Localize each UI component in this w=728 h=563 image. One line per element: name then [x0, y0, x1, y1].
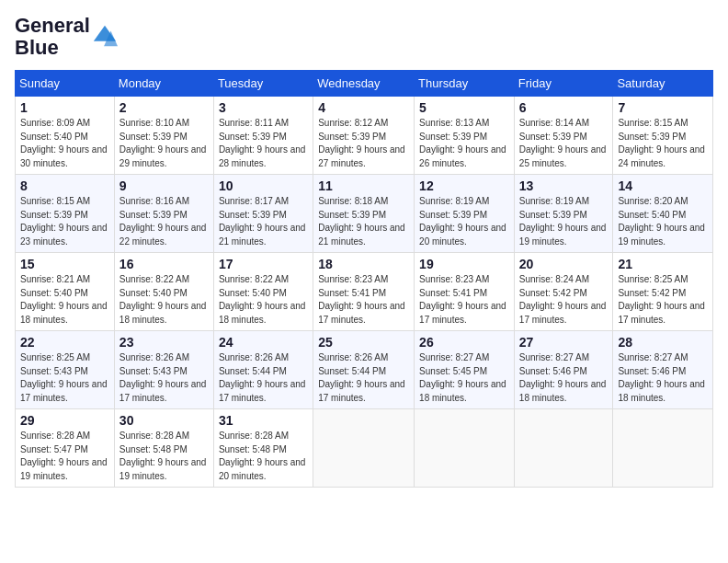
- calendar-cell: 30 Sunrise: 8:28 AM Sunset: 5:48 PM Dayl…: [114, 409, 213, 488]
- day-info: Sunrise: 8:26 AM Sunset: 5:44 PM Dayligh…: [219, 351, 308, 405]
- day-number: 23: [119, 335, 209, 350]
- day-number: 17: [219, 257, 308, 271]
- day-info: Sunrise: 8:14 AM Sunset: 5:39 PM Dayligh…: [519, 117, 609, 170]
- day-number: 18: [318, 257, 409, 271]
- calendar-cell: 22 Sunrise: 8:25 AM Sunset: 5:43 PM Dayl…: [16, 331, 115, 409]
- day-number: 12: [419, 178, 509, 193]
- calendar-cell: 9 Sunrise: 8:16 AM Sunset: 5:39 PM Dayli…: [114, 175, 213, 253]
- day-info: Sunrise: 8:26 AM Sunset: 5:44 PM Dayligh…: [318, 351, 409, 405]
- calendar-cell: 10 Sunrise: 8:17 AM Sunset: 5:39 PM Dayl…: [213, 175, 313, 253]
- day-number: 16: [119, 257, 209, 271]
- day-number: 14: [618, 178, 708, 193]
- calendar-cell: 21 Sunrise: 8:25 AM Sunset: 5:42 PM Dayl…: [613, 253, 713, 331]
- calendar-cell: 18 Sunrise: 8:23 AM Sunset: 5:41 PM Dayl…: [313, 253, 415, 331]
- day-info: Sunrise: 8:22 AM Sunset: 5:40 PM Dayligh…: [219, 273, 308, 327]
- day-info: Sunrise: 8:15 AM Sunset: 5:39 PM Dayligh…: [20, 195, 109, 248]
- day-info: Sunrise: 8:16 AM Sunset: 5:39 PM Dayligh…: [119, 195, 209, 248]
- day-number: 27: [519, 335, 609, 350]
- day-info: Sunrise: 8:15 AM Sunset: 5:39 PM Dayligh…: [618, 117, 708, 170]
- logo: GeneralBlue: [15, 15, 118, 59]
- day-number: 11: [318, 178, 409, 193]
- calendar-cell: [415, 409, 515, 488]
- weekday-header-friday: Friday: [514, 71, 613, 97]
- day-number: 30: [119, 413, 209, 428]
- day-info: Sunrise: 8:19 AM Sunset: 5:39 PM Dayligh…: [519, 195, 609, 248]
- day-number: 19: [419, 257, 509, 271]
- calendar-cell: 20 Sunrise: 8:24 AM Sunset: 5:42 PM Dayl…: [514, 253, 613, 331]
- day-number: 7: [618, 100, 708, 115]
- calendar-cell: [313, 409, 415, 488]
- day-number: 26: [419, 335, 509, 350]
- day-number: 29: [20, 413, 109, 428]
- page-header: GeneralBlue: [15, 15, 713, 59]
- day-info: Sunrise: 8:22 AM Sunset: 5:40 PM Dayligh…: [119, 273, 209, 327]
- day-info: Sunrise: 8:25 AM Sunset: 5:42 PM Dayligh…: [618, 273, 708, 327]
- weekday-header-tuesday: Tuesday: [213, 71, 313, 97]
- day-info: Sunrise: 8:26 AM Sunset: 5:43 PM Dayligh…: [119, 351, 209, 405]
- weekday-header-monday: Monday: [114, 71, 213, 97]
- calendar-cell: 5 Sunrise: 8:13 AM Sunset: 5:39 PM Dayli…: [415, 97, 515, 175]
- calendar-cell: 12 Sunrise: 8:19 AM Sunset: 5:39 PM Dayl…: [415, 175, 515, 253]
- day-info: Sunrise: 8:21 AM Sunset: 5:40 PM Dayligh…: [20, 273, 109, 327]
- day-number: 9: [119, 178, 209, 193]
- day-info: Sunrise: 8:27 AM Sunset: 5:46 PM Dayligh…: [519, 351, 609, 405]
- day-info: Sunrise: 8:28 AM Sunset: 5:48 PM Dayligh…: [119, 430, 209, 483]
- day-info: Sunrise: 8:20 AM Sunset: 5:40 PM Dayligh…: [618, 195, 708, 248]
- day-number: 4: [318, 100, 409, 115]
- weekday-header-thursday: Thursday: [415, 71, 515, 97]
- calendar-cell: 7 Sunrise: 8:15 AM Sunset: 5:39 PM Dayli…: [613, 97, 713, 175]
- calendar-cell: 2 Sunrise: 8:10 AM Sunset: 5:39 PM Dayli…: [114, 97, 213, 175]
- calendar-cell: 3 Sunrise: 8:11 AM Sunset: 5:39 PM Dayli…: [213, 97, 313, 175]
- day-number: 13: [519, 178, 609, 193]
- weekday-header-sunday: Sunday: [16, 71, 115, 97]
- day-number: 22: [20, 335, 109, 350]
- day-number: 20: [519, 257, 609, 271]
- day-info: Sunrise: 8:28 AM Sunset: 5:48 PM Dayligh…: [219, 430, 308, 483]
- calendar-cell: 13 Sunrise: 8:19 AM Sunset: 5:39 PM Dayl…: [514, 175, 613, 253]
- day-info: Sunrise: 8:27 AM Sunset: 5:46 PM Dayligh…: [618, 351, 708, 405]
- day-number: 1: [20, 100, 109, 115]
- calendar-cell: 28 Sunrise: 8:27 AM Sunset: 5:46 PM Dayl…: [613, 331, 713, 409]
- day-number: 2: [119, 100, 209, 115]
- day-number: 6: [519, 100, 609, 115]
- calendar-cell: 26 Sunrise: 8:27 AM Sunset: 5:45 PM Dayl…: [415, 331, 515, 409]
- logo-icon: [92, 24, 118, 50]
- day-number: 3: [219, 100, 308, 115]
- day-info: Sunrise: 8:23 AM Sunset: 5:41 PM Dayligh…: [318, 273, 409, 327]
- calendar-cell: 11 Sunrise: 8:18 AM Sunset: 5:39 PM Dayl…: [313, 175, 415, 253]
- day-number: 25: [318, 335, 409, 350]
- weekday-header-wednesday: Wednesday: [313, 71, 415, 97]
- calendar-cell: 16 Sunrise: 8:22 AM Sunset: 5:40 PM Dayl…: [114, 253, 213, 331]
- calendar-cell: 31 Sunrise: 8:28 AM Sunset: 5:48 PM Dayl…: [213, 409, 313, 488]
- day-number: 5: [419, 100, 509, 115]
- logo-text: GeneralBlue: [15, 15, 90, 59]
- calendar-cell: 1 Sunrise: 8:09 AM Sunset: 5:40 PM Dayli…: [16, 97, 115, 175]
- calendar-cell: 24 Sunrise: 8:26 AM Sunset: 5:44 PM Dayl…: [213, 331, 313, 409]
- calendar-cell: 29 Sunrise: 8:28 AM Sunset: 5:47 PM Dayl…: [16, 409, 115, 488]
- calendar-cell: 8 Sunrise: 8:15 AM Sunset: 5:39 PM Dayli…: [16, 175, 115, 253]
- day-info: Sunrise: 8:09 AM Sunset: 5:40 PM Dayligh…: [20, 117, 109, 170]
- day-number: 8: [20, 178, 109, 193]
- day-info: Sunrise: 8:25 AM Sunset: 5:43 PM Dayligh…: [20, 351, 109, 405]
- weekday-header-saturday: Saturday: [613, 71, 713, 97]
- calendar-cell: 19 Sunrise: 8:23 AM Sunset: 5:41 PM Dayl…: [415, 253, 515, 331]
- day-info: Sunrise: 8:12 AM Sunset: 5:39 PM Dayligh…: [318, 117, 409, 170]
- day-number: 10: [219, 178, 308, 193]
- day-info: Sunrise: 8:17 AM Sunset: 5:39 PM Dayligh…: [219, 195, 308, 248]
- calendar-cell: 15 Sunrise: 8:21 AM Sunset: 5:40 PM Dayl…: [16, 253, 115, 331]
- calendar-cell: 25 Sunrise: 8:26 AM Sunset: 5:44 PM Dayl…: [313, 331, 415, 409]
- day-info: Sunrise: 8:28 AM Sunset: 5:47 PM Dayligh…: [20, 430, 109, 483]
- day-number: 24: [219, 335, 308, 350]
- day-number: 28: [618, 335, 708, 350]
- calendar-cell: 17 Sunrise: 8:22 AM Sunset: 5:40 PM Dayl…: [213, 253, 313, 331]
- calendar-cell: 14 Sunrise: 8:20 AM Sunset: 5:40 PM Dayl…: [613, 175, 713, 253]
- calendar-cell: 27 Sunrise: 8:27 AM Sunset: 5:46 PM Dayl…: [514, 331, 613, 409]
- day-info: Sunrise: 8:10 AM Sunset: 5:39 PM Dayligh…: [119, 117, 209, 170]
- calendar-table: SundayMondayTuesdayWednesdayThursdayFrid…: [15, 70, 713, 488]
- calendar-cell: 4 Sunrise: 8:12 AM Sunset: 5:39 PM Dayli…: [313, 97, 415, 175]
- day-info: Sunrise: 8:11 AM Sunset: 5:39 PM Dayligh…: [219, 117, 308, 170]
- day-info: Sunrise: 8:19 AM Sunset: 5:39 PM Dayligh…: [419, 195, 509, 248]
- day-number: 21: [618, 257, 708, 271]
- calendar-cell: [613, 409, 713, 488]
- day-info: Sunrise: 8:24 AM Sunset: 5:42 PM Dayligh…: [519, 273, 609, 327]
